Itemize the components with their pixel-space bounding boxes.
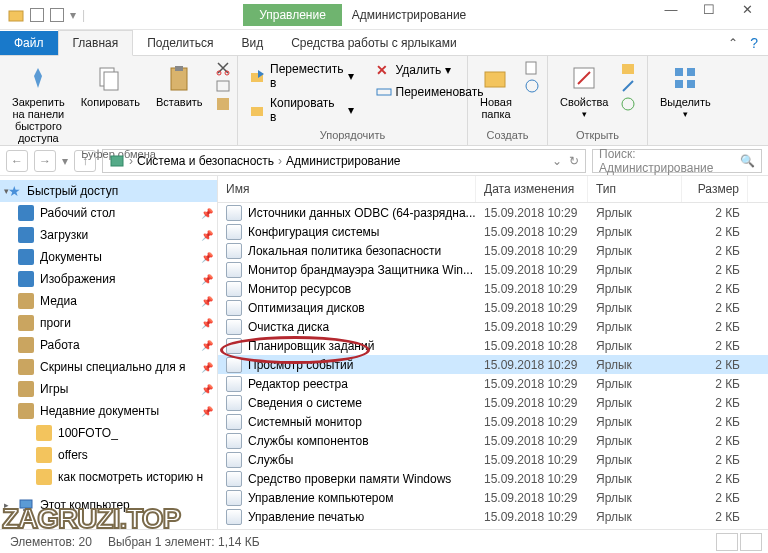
close-button[interactable]: ✕	[728, 0, 766, 21]
list-item[interactable]: Монитор ресурсов15.09.2018 10:29Ярлык2 К…	[218, 279, 768, 298]
col-size[interactable]: Размер	[682, 176, 748, 202]
qat-dropdown-icon[interactable]: ▾	[70, 8, 76, 22]
titlebar: ▾ | Управление Администрирование — ☐ ✕	[0, 0, 768, 30]
sidebar-item[interactable]: Медиа📌	[0, 290, 217, 312]
select-button[interactable]: Выделить▾	[656, 60, 715, 122]
column-headers[interactable]: Имя Дата изменения Тип Размер	[218, 176, 768, 203]
folder-icon	[18, 381, 34, 397]
breadcrumb-2[interactable]: Администрирование	[286, 154, 400, 168]
col-name[interactable]: Имя	[218, 176, 476, 202]
paste-button[interactable]: Вставить	[152, 60, 207, 110]
tab-view[interactable]: Вид	[227, 31, 277, 55]
col-date[interactable]: Дата изменения	[476, 176, 588, 202]
list-item[interactable]: Системный монитор15.09.2018 10:29Ярлык2 …	[218, 412, 768, 431]
collapse-ribbon-icon[interactable]: ⌃	[728, 36, 738, 50]
shortcut-icon	[226, 224, 242, 240]
ribbon: Закрепить на панели быстрого доступа Коп…	[0, 56, 768, 146]
list-item[interactable]: Планировщик заданий15.09.2018 10:28Ярлык…	[218, 336, 768, 355]
properties-button[interactable]: Свойства▾	[556, 60, 612, 122]
maximize-button[interactable]: ☐	[690, 0, 728, 21]
easy-access-icon[interactable]	[524, 78, 540, 94]
minimize-button[interactable]: —	[652, 0, 690, 21]
list-item[interactable]: Управление печатью15.09.2018 10:29Ярлык2…	[218, 507, 768, 526]
sidebar-item[interactable]: Документы📌	[0, 246, 217, 268]
qat-button-2[interactable]	[50, 8, 64, 22]
sidebar-item[interactable]: проги📌	[0, 312, 217, 334]
list-item[interactable]: Источники данных ODBC (64-разрядна...15.…	[218, 203, 768, 222]
recent-locations-icon[interactable]: ▾	[62, 154, 68, 168]
list-item[interactable]: Монитор брандмауэра Защитника Win...15.0…	[218, 260, 768, 279]
tab-file[interactable]: Файл	[0, 31, 58, 55]
paste-shortcut-icon[interactable]	[215, 96, 231, 112]
list-item[interactable]: Управление компьютером15.09.2018 10:29Яр…	[218, 488, 768, 507]
move-to-button[interactable]: Переместить в ▾	[246, 60, 358, 92]
address-bar[interactable]: › Система и безопасность › Администриров…	[102, 149, 586, 173]
list-item[interactable]: Службы15.09.2018 10:29Ярлык2 КБ	[218, 450, 768, 469]
list-item[interactable]: Редактор реестра15.09.2018 10:29Ярлык2 К…	[218, 374, 768, 393]
shortcut-icon	[226, 490, 242, 506]
copy-button[interactable]: Копировать	[77, 60, 144, 110]
sidebar-item[interactable]: Загрузки📌	[0, 224, 217, 246]
edit-icon[interactable]	[620, 78, 636, 94]
pin-to-quick-access-button[interactable]: Закрепить на панели быстрого доступа	[8, 60, 69, 146]
list-item[interactable]: Просмотр событий15.09.2018 10:29Ярлык2 К…	[218, 355, 768, 374]
cut-icon[interactable]	[215, 60, 231, 76]
sidebar-item[interactable]: Скрины специально для я📌	[0, 356, 217, 378]
computer-icon	[18, 497, 34, 513]
pin-icon	[22, 62, 54, 94]
list-item[interactable]: Очистка диска15.09.2018 10:29Ярлык2 КБ	[218, 317, 768, 336]
pin-icon: 📌	[201, 230, 213, 241]
breadcrumb-1[interactable]: Система и безопасность	[137, 154, 274, 168]
help-icon[interactable]: ?	[750, 35, 758, 51]
sidebar-subitem[interactable]: offers	[0, 444, 217, 466]
tab-shortcut-tools[interactable]: Средства работы с ярлыками	[277, 31, 470, 55]
sidebar-subitem[interactable]: 100FOTO_	[0, 422, 217, 444]
shortcut-icon	[226, 395, 242, 411]
rename-icon	[376, 84, 392, 100]
svg-rect-22	[111, 156, 123, 166]
list-item[interactable]: Службы компонентов15.09.2018 10:29Ярлык2…	[218, 431, 768, 450]
pin-icon: 📌	[201, 252, 213, 263]
list-item[interactable]: Локальная политика безопасности15.09.201…	[218, 241, 768, 260]
sidebar-item[interactable]: Игры📌	[0, 378, 217, 400]
ribbon-tabs: Файл Главная Поделиться Вид Средства раб…	[0, 30, 768, 56]
shortcut-icon	[226, 319, 242, 335]
group-new-label: Создать	[476, 127, 539, 141]
open-icon[interactable]	[620, 60, 636, 76]
forward-button[interactable]: →	[34, 150, 56, 172]
tab-home[interactable]: Главная	[58, 30, 134, 56]
sidebar-item[interactable]: Работа📌	[0, 334, 217, 356]
sidebar-item[interactable]: Недавние документы📌	[0, 400, 217, 422]
list-item[interactable]: Конфигурация системы15.09.2018 10:29Ярлы…	[218, 222, 768, 241]
list-item[interactable]: Оптимизация дисков15.09.2018 10:29Ярлык2…	[218, 298, 768, 317]
item-count: Элементов: 20	[10, 535, 92, 549]
history-icon[interactable]	[620, 96, 636, 112]
sidebar-subitem[interactable]: как посмотреть историю н	[0, 466, 217, 488]
qat-button-1[interactable]	[30, 8, 44, 22]
new-item-icon[interactable]	[524, 60, 540, 76]
sidebar-item[interactable]: Изображения📌	[0, 268, 217, 290]
view-details-button[interactable]	[716, 533, 738, 551]
view-icons-button[interactable]	[740, 533, 762, 551]
copy-path-icon[interactable]	[215, 78, 231, 94]
up-button[interactable]: ↑	[74, 150, 96, 172]
search-input[interactable]: Поиск: Администрирование 🔍	[592, 149, 762, 173]
copy-to-button[interactable]: Копировать в ▾	[246, 94, 358, 126]
back-button[interactable]: ←	[6, 150, 28, 172]
svg-rect-24	[23, 509, 29, 511]
tab-share[interactable]: Поделиться	[133, 31, 227, 55]
col-type[interactable]: Тип	[588, 176, 682, 202]
group-open-label: Открыть	[556, 127, 639, 141]
this-pc[interactable]: ▸ Этот компьютер	[0, 494, 217, 516]
quick-access-root[interactable]: ▾ ★ Быстрый доступ	[0, 180, 217, 202]
svg-rect-19	[687, 68, 695, 76]
new-folder-button[interactable]: Новая папка	[476, 60, 516, 122]
sidebar-item[interactable]: Рабочий стол📌	[0, 202, 217, 224]
context-tab-manage[interactable]: Управление	[243, 4, 342, 26]
list-item[interactable]: Средство проверки памяти Windows15.09.20…	[218, 469, 768, 488]
folder-icon	[18, 359, 34, 375]
list-item[interactable]: Сведения о системе15.09.2018 10:29Ярлык2…	[218, 393, 768, 412]
svg-rect-23	[20, 500, 32, 508]
pin-icon: 📌	[201, 406, 213, 417]
svg-rect-2	[104, 72, 118, 90]
